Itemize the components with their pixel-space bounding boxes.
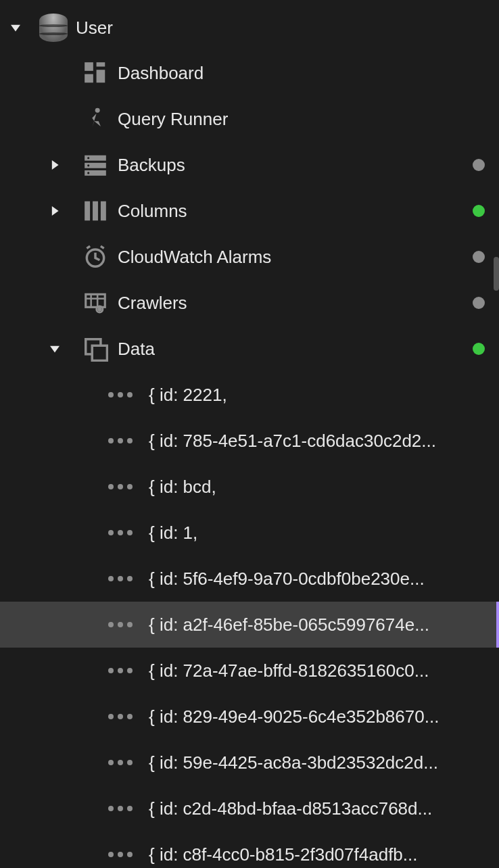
data-row[interactable]: { id: a2f-46ef-85be-065c5997674e...	[0, 602, 499, 648]
tree-item-columns[interactable]: Columns	[0, 188, 499, 234]
tree-item-label: Columns	[118, 201, 458, 222]
data-row[interactable]: { id: 829-49e4-9025-6c4e352b8670...	[0, 694, 499, 740]
status-dot-green	[473, 205, 485, 217]
tree-item-backups[interactable]: Backups	[0, 142, 499, 188]
status-dot-green	[473, 343, 485, 355]
tree-item-crawlers[interactable]: Crawlers	[0, 280, 499, 326]
status-dot-grey	[473, 251, 485, 263]
tree-item-label: CloudWatch Alarms	[118, 247, 458, 268]
data-row[interactable]: { id: bcd,	[0, 464, 499, 510]
data-row[interactable]: { id: 1,	[0, 510, 499, 556]
chevron-down-icon	[11, 23, 20, 32]
tree-item-data[interactable]: Data	[0, 326, 499, 372]
data-row[interactable]: { id: 59e-4425-ac8a-3bd23532dc2d...	[0, 740, 499, 786]
data-row[interactable]: { id: 2221,	[0, 372, 499, 418]
tree-item-root[interactable]: User	[0, 5, 499, 50]
ellipsis-icon	[108, 760, 133, 765]
ellipsis-icon	[108, 622, 133, 627]
database-icon	[31, 14, 76, 42]
data-row-label: { id: 785-4e51-a7c1-cd6dac30c2d2...	[149, 431, 436, 452]
tree-view: User DashboardQuery RunnerBackupsColumns…	[0, 0, 499, 868]
scrollbar-thumb[interactable]	[494, 257, 499, 291]
data-row[interactable]: { id: 72a-47ae-bffd-8182635160c0...	[0, 648, 499, 694]
columns-icon	[73, 198, 118, 224]
data-row[interactable]: { id: c2d-48bd-bfaa-d8513acc768d...	[0, 786, 499, 831]
chevron-right-icon[interactable]	[50, 160, 60, 170]
tree-item-label: Dashboard	[118, 63, 458, 84]
tree-item-label: Query Runner	[118, 109, 458, 130]
ellipsis-icon	[108, 852, 133, 857]
data-row-label: { id: 2221,	[149, 385, 227, 406]
data-row-label: { id: bcd,	[149, 477, 216, 498]
tree-item-label: Data	[118, 339, 458, 360]
ellipsis-icon	[108, 668, 133, 673]
ellipsis-icon	[108, 714, 133, 719]
status-dot-grey	[473, 159, 485, 171]
server-icon	[73, 152, 118, 178]
dashboard-icon	[73, 60, 118, 86]
chevron-right-icon[interactable]	[50, 206, 60, 216]
tree-item-label: Backups	[118, 155, 458, 176]
tree-item-queryrun[interactable]: Query Runner	[0, 96, 499, 142]
data-icon	[73, 336, 118, 362]
root-label: User	[76, 18, 499, 39]
data-row-label: { id: c2d-48bd-bfaa-d8513acc768d...	[149, 798, 432, 819]
ellipsis-icon	[108, 438, 133, 443]
tree-item-dashboard[interactable]: Dashboard	[0, 50, 499, 96]
data-row-label: { id: 5f6-4ef9-9a70-0cdbf0be230e...	[149, 569, 425, 589]
ellipsis-icon	[108, 806, 133, 811]
data-row-label: { id: 59e-4425-ac8a-3bd23532dc2d...	[149, 752, 438, 773]
data-row-label: { id: 72a-47ae-bffd-8182635160c0...	[149, 660, 429, 681]
data-row[interactable]: { id: c8f-4cc0-b815-2f3d07f4adfb...	[0, 831, 499, 868]
tree-item-label: Crawlers	[118, 293, 458, 314]
crawler-icon	[73, 290, 118, 316]
data-row-label: { id: c8f-4cc0-b815-2f3d07f4adfb...	[149, 844, 418, 865]
data-row[interactable]: { id: 785-4e51-a7c1-cd6dac30c2d2...	[0, 418, 499, 464]
runner-icon	[73, 106, 118, 132]
ellipsis-icon	[108, 392, 133, 397]
ellipsis-icon	[108, 530, 133, 535]
data-row[interactable]: { id: 5f6-4ef9-9a70-0cdbf0be230e...	[0, 556, 499, 602]
data-row-label: { id: 1,	[149, 523, 197, 544]
data-row-label: { id: 829-49e4-9025-6c4e352b8670...	[149, 706, 439, 727]
ellipsis-icon	[108, 576, 133, 581]
chevron-down-icon[interactable]	[50, 344, 60, 354]
alarm-icon	[73, 244, 118, 270]
status-dot-grey	[473, 297, 485, 309]
data-row-label: { id: a2f-46ef-85be-065c5997674e...	[149, 614, 429, 635]
ellipsis-icon	[108, 484, 133, 489]
tree-item-cwalarms[interactable]: CloudWatch Alarms	[0, 234, 499, 280]
